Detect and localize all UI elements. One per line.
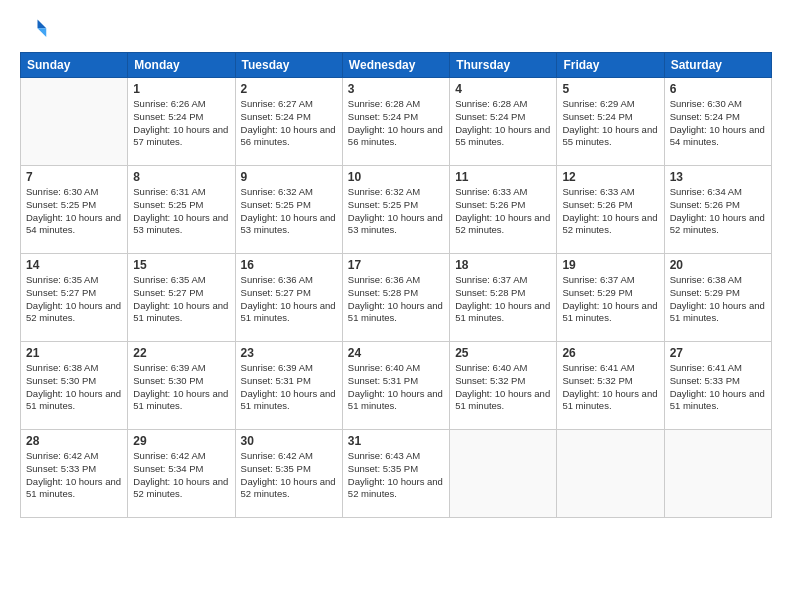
day-number: 7 <box>26 170 122 184</box>
calendar-cell: 31Sunrise: 6:43 AM Sunset: 5:35 PM Dayli… <box>342 430 449 518</box>
day-info: Sunrise: 6:40 AM Sunset: 5:31 PM Dayligh… <box>348 362 444 413</box>
day-info: Sunrise: 6:42 AM Sunset: 5:35 PM Dayligh… <box>241 450 337 501</box>
day-number: 28 <box>26 434 122 448</box>
calendar-cell: 4Sunrise: 6:28 AM Sunset: 5:24 PM Daylig… <box>450 78 557 166</box>
calendar-cell: 22Sunrise: 6:39 AM Sunset: 5:30 PM Dayli… <box>128 342 235 430</box>
day-number: 21 <box>26 346 122 360</box>
day-info: Sunrise: 6:30 AM Sunset: 5:24 PM Dayligh… <box>670 98 766 149</box>
day-info: Sunrise: 6:34 AM Sunset: 5:26 PM Dayligh… <box>670 186 766 237</box>
calendar-cell: 5Sunrise: 6:29 AM Sunset: 5:24 PM Daylig… <box>557 78 664 166</box>
day-number: 18 <box>455 258 551 272</box>
day-number: 13 <box>670 170 766 184</box>
calendar-cell <box>450 430 557 518</box>
day-number: 9 <box>241 170 337 184</box>
svg-marker-1 <box>38 20 47 29</box>
day-number: 12 <box>562 170 658 184</box>
weekday-header-row: SundayMondayTuesdayWednesdayThursdayFrid… <box>21 53 772 78</box>
calendar-cell: 28Sunrise: 6:42 AM Sunset: 5:33 PM Dayli… <box>21 430 128 518</box>
calendar-cell: 27Sunrise: 6:41 AM Sunset: 5:33 PM Dayli… <box>664 342 771 430</box>
day-info: Sunrise: 6:32 AM Sunset: 5:25 PM Dayligh… <box>241 186 337 237</box>
week-row-1: 1Sunrise: 6:26 AM Sunset: 5:24 PM Daylig… <box>21 78 772 166</box>
calendar-cell: 29Sunrise: 6:42 AM Sunset: 5:34 PM Dayli… <box>128 430 235 518</box>
calendar-cell: 26Sunrise: 6:41 AM Sunset: 5:32 PM Dayli… <box>557 342 664 430</box>
calendar-cell: 12Sunrise: 6:33 AM Sunset: 5:26 PM Dayli… <box>557 166 664 254</box>
calendar-cell: 3Sunrise: 6:28 AM Sunset: 5:24 PM Daylig… <box>342 78 449 166</box>
logo-icon <box>20 16 48 44</box>
day-number: 11 <box>455 170 551 184</box>
day-number: 17 <box>348 258 444 272</box>
weekday-header-sunday: Sunday <box>21 53 128 78</box>
day-info: Sunrise: 6:43 AM Sunset: 5:35 PM Dayligh… <box>348 450 444 501</box>
calendar-cell: 2Sunrise: 6:27 AM Sunset: 5:24 PM Daylig… <box>235 78 342 166</box>
calendar-cell: 9Sunrise: 6:32 AM Sunset: 5:25 PM Daylig… <box>235 166 342 254</box>
day-info: Sunrise: 6:39 AM Sunset: 5:31 PM Dayligh… <box>241 362 337 413</box>
day-info: Sunrise: 6:28 AM Sunset: 5:24 PM Dayligh… <box>455 98 551 149</box>
day-number: 27 <box>670 346 766 360</box>
day-number: 26 <box>562 346 658 360</box>
calendar-cell <box>21 78 128 166</box>
calendar-cell: 25Sunrise: 6:40 AM Sunset: 5:32 PM Dayli… <box>450 342 557 430</box>
day-number: 31 <box>348 434 444 448</box>
day-number: 5 <box>562 82 658 96</box>
day-info: Sunrise: 6:29 AM Sunset: 5:24 PM Dayligh… <box>562 98 658 149</box>
week-row-2: 7Sunrise: 6:30 AM Sunset: 5:25 PM Daylig… <box>21 166 772 254</box>
day-info: Sunrise: 6:37 AM Sunset: 5:28 PM Dayligh… <box>455 274 551 325</box>
day-info: Sunrise: 6:41 AM Sunset: 5:32 PM Dayligh… <box>562 362 658 413</box>
day-number: 30 <box>241 434 337 448</box>
calendar-cell: 19Sunrise: 6:37 AM Sunset: 5:29 PM Dayli… <box>557 254 664 342</box>
day-info: Sunrise: 6:42 AM Sunset: 5:33 PM Dayligh… <box>26 450 122 501</box>
calendar-cell: 18Sunrise: 6:37 AM Sunset: 5:28 PM Dayli… <box>450 254 557 342</box>
day-info: Sunrise: 6:33 AM Sunset: 5:26 PM Dayligh… <box>455 186 551 237</box>
calendar-cell <box>664 430 771 518</box>
calendar-cell: 14Sunrise: 6:35 AM Sunset: 5:27 PM Dayli… <box>21 254 128 342</box>
day-info: Sunrise: 6:38 AM Sunset: 5:29 PM Dayligh… <box>670 274 766 325</box>
week-row-3: 14Sunrise: 6:35 AM Sunset: 5:27 PM Dayli… <box>21 254 772 342</box>
calendar-cell: 7Sunrise: 6:30 AM Sunset: 5:25 PM Daylig… <box>21 166 128 254</box>
day-number: 29 <box>133 434 229 448</box>
day-info: Sunrise: 6:36 AM Sunset: 5:28 PM Dayligh… <box>348 274 444 325</box>
day-number: 2 <box>241 82 337 96</box>
day-number: 15 <box>133 258 229 272</box>
day-info: Sunrise: 6:40 AM Sunset: 5:32 PM Dayligh… <box>455 362 551 413</box>
calendar-cell: 1Sunrise: 6:26 AM Sunset: 5:24 PM Daylig… <box>128 78 235 166</box>
calendar-cell: 24Sunrise: 6:40 AM Sunset: 5:31 PM Dayli… <box>342 342 449 430</box>
day-info: Sunrise: 6:36 AM Sunset: 5:27 PM Dayligh… <box>241 274 337 325</box>
day-number: 16 <box>241 258 337 272</box>
day-number: 10 <box>348 170 444 184</box>
day-info: Sunrise: 6:35 AM Sunset: 5:27 PM Dayligh… <box>26 274 122 325</box>
calendar-cell: 20Sunrise: 6:38 AM Sunset: 5:29 PM Dayli… <box>664 254 771 342</box>
day-number: 3 <box>348 82 444 96</box>
calendar-cell: 17Sunrise: 6:36 AM Sunset: 5:28 PM Dayli… <box>342 254 449 342</box>
week-row-4: 21Sunrise: 6:38 AM Sunset: 5:30 PM Dayli… <box>21 342 772 430</box>
weekday-header-monday: Monday <box>128 53 235 78</box>
day-number: 20 <box>670 258 766 272</box>
logo <box>20 16 52 44</box>
weekday-header-saturday: Saturday <box>664 53 771 78</box>
weekday-header-friday: Friday <box>557 53 664 78</box>
day-number: 23 <box>241 346 337 360</box>
weekday-header-thursday: Thursday <box>450 53 557 78</box>
day-info: Sunrise: 6:35 AM Sunset: 5:27 PM Dayligh… <box>133 274 229 325</box>
weekday-header-wednesday: Wednesday <box>342 53 449 78</box>
day-info: Sunrise: 6:38 AM Sunset: 5:30 PM Dayligh… <box>26 362 122 413</box>
week-row-5: 28Sunrise: 6:42 AM Sunset: 5:33 PM Dayli… <box>21 430 772 518</box>
calendar-cell: 23Sunrise: 6:39 AM Sunset: 5:31 PM Dayli… <box>235 342 342 430</box>
day-info: Sunrise: 6:28 AM Sunset: 5:24 PM Dayligh… <box>348 98 444 149</box>
day-info: Sunrise: 6:26 AM Sunset: 5:24 PM Dayligh… <box>133 98 229 149</box>
day-number: 4 <box>455 82 551 96</box>
day-number: 6 <box>670 82 766 96</box>
calendar-table: SundayMondayTuesdayWednesdayThursdayFrid… <box>20 52 772 518</box>
calendar-cell: 13Sunrise: 6:34 AM Sunset: 5:26 PM Dayli… <box>664 166 771 254</box>
day-info: Sunrise: 6:27 AM Sunset: 5:24 PM Dayligh… <box>241 98 337 149</box>
day-info: Sunrise: 6:41 AM Sunset: 5:33 PM Dayligh… <box>670 362 766 413</box>
day-info: Sunrise: 6:37 AM Sunset: 5:29 PM Dayligh… <box>562 274 658 325</box>
day-info: Sunrise: 6:32 AM Sunset: 5:25 PM Dayligh… <box>348 186 444 237</box>
calendar-cell: 21Sunrise: 6:38 AM Sunset: 5:30 PM Dayli… <box>21 342 128 430</box>
header <box>20 16 772 44</box>
day-number: 22 <box>133 346 229 360</box>
page: SundayMondayTuesdayWednesdayThursdayFrid… <box>0 0 792 534</box>
svg-marker-2 <box>38 28 47 37</box>
day-number: 8 <box>133 170 229 184</box>
day-number: 19 <box>562 258 658 272</box>
day-number: 25 <box>455 346 551 360</box>
